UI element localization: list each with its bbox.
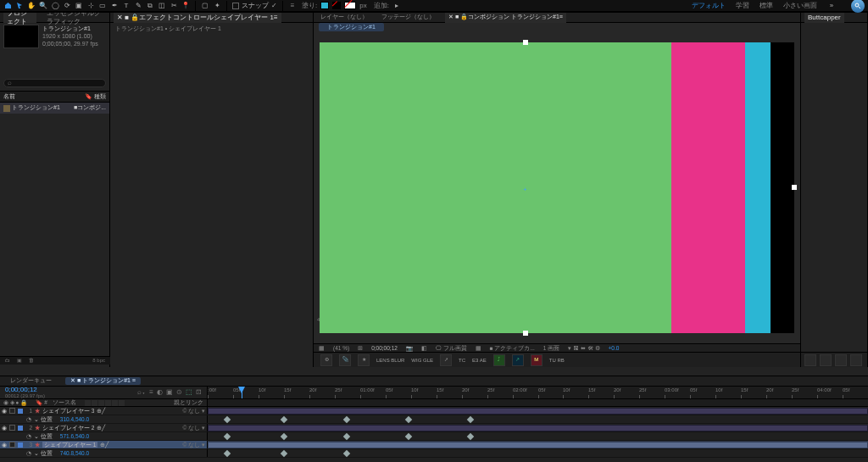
roto-icon[interactable]: ✂ xyxy=(170,2,178,10)
tool-e3ae[interactable]: E3 AE xyxy=(472,358,487,363)
cap-mixed-icon[interactable] xyxy=(850,354,862,366)
rotate-icon[interactable]: ⟳ xyxy=(63,2,71,10)
layer-name[interactable]: シェイプレイヤー 3 xyxy=(42,408,94,415)
viewer-camera[interactable]: ■ アクティブカ... xyxy=(490,345,535,352)
tab-footage-none[interactable]: フッテージ（なし） xyxy=(378,13,438,23)
keyframe[interactable] xyxy=(405,433,412,440)
tl-icon4[interactable]: ⊙ xyxy=(176,388,182,397)
tl-icon2[interactable]: ◐ xyxy=(157,388,163,397)
fill-none-swatch[interactable] xyxy=(332,2,341,9)
text-icon[interactable]: T xyxy=(122,2,131,10)
rect-icon[interactable]: ▭ xyxy=(98,2,107,10)
solo-toggle[interactable] xyxy=(9,442,15,448)
timeline-row[interactable]: ◉ 1 ★ シェイプレイヤー 3 ⊕╱ ©なし ▾ xyxy=(0,407,868,415)
stopwatch-icon[interactable]: ◔ xyxy=(26,433,31,440)
new-comp-icon[interactable]: ▣ xyxy=(17,358,22,364)
shape-star-icon[interactable]: ✦ xyxy=(213,2,221,10)
layer-bar[interactable] xyxy=(208,425,868,431)
tool-arrow-icon[interactable]: ➚ xyxy=(440,354,452,366)
tl-icon6[interactable]: ⊡ xyxy=(196,388,202,397)
position-value[interactable]: 740.8,540.0 xyxy=(60,450,89,457)
cap-round-icon[interactable] xyxy=(820,354,832,366)
tab-timeline-comp[interactable]: ✕ ■ トランジション#1 ≡ xyxy=(65,377,141,384)
tool-m-icon[interactable]: M xyxy=(531,354,542,366)
keyframe[interactable] xyxy=(281,450,287,457)
switches[interactable]: ⊕╱ xyxy=(97,425,104,431)
hand-icon[interactable]: ✋ xyxy=(27,2,36,10)
parent-dropdown[interactable]: なし ▾ xyxy=(188,425,205,431)
prop-position[interactable]: ⌄ 位置 xyxy=(34,450,53,457)
tab-layer-none[interactable]: レイヤー（なし） xyxy=(317,13,371,23)
search-help-icon[interactable] xyxy=(851,0,865,13)
timeline-row[interactable]: ◉ 2 ★ シェイプレイヤー 2 ⊕╱ ©なし ▾ xyxy=(0,424,868,432)
project-search-input[interactable]: ⌕ xyxy=(3,79,106,87)
position-value[interactable]: 571.6,540.0 xyxy=(60,433,89,440)
layer-name[interactable]: シェイプレイヤー 1 xyxy=(42,442,97,448)
camera-icon[interactable]: 📷 xyxy=(406,345,413,352)
shape-layer-2-visual[interactable] xyxy=(671,42,745,333)
col-source-name[interactable]: ソース名 xyxy=(53,399,76,406)
transform-handle[interactable] xyxy=(523,331,528,336)
keyframe[interactable] xyxy=(467,416,474,423)
chevron-icon[interactable]: ≡ xyxy=(288,2,297,10)
keyframe[interactable] xyxy=(467,433,474,440)
eraser-icon[interactable]: ◫ xyxy=(158,2,166,10)
col-parent[interactable]: 親とリンク xyxy=(174,399,203,406)
transform-handle[interactable] xyxy=(792,185,797,190)
cap-projecting-icon[interactable] xyxy=(835,354,847,366)
tab-essential-graphics[interactable]: エッセンシャルグラフィック xyxy=(43,13,106,23)
anchor-point-icon[interactable]: + xyxy=(523,186,527,194)
keyframe[interactable] xyxy=(343,433,350,440)
layer-name[interactable]: シェイプレイヤー 2 xyxy=(42,425,94,431)
visibility-toggle[interactable]: ◉ xyxy=(2,408,7,415)
tab-project[interactable]: プロジェクト xyxy=(3,13,36,23)
viewer-views[interactable]: 1 画面 xyxy=(543,345,559,352)
parent-pickwhip-icon[interactable]: © xyxy=(182,408,186,415)
add-chevron-icon[interactable]: ▸ xyxy=(392,2,401,10)
visibility-toggle[interactable]: ◉ xyxy=(2,425,7,431)
clip-icon[interactable]: 📎 xyxy=(339,354,351,366)
keyframe[interactable] xyxy=(281,416,287,423)
prop-position[interactable]: ⌄ 位置 xyxy=(34,416,53,423)
switches[interactable]: ⊕╱ xyxy=(100,442,108,448)
keyframe[interactable] xyxy=(405,416,412,423)
keyframe[interactable] xyxy=(224,416,231,423)
project-thumbnail[interactable] xyxy=(3,25,39,48)
shape-layer-1-visual[interactable] xyxy=(320,42,671,333)
keyframe[interactable] xyxy=(281,433,287,440)
tool-lensblur[interactable]: LENS BLUR xyxy=(376,358,404,363)
layer-bar[interactable] xyxy=(208,408,868,415)
viewer-res[interactable]: 🖵 フル画質 xyxy=(436,345,467,352)
brush-icon[interactable]: ✎ xyxy=(134,2,142,10)
tab-effect-controls[interactable]: ✕ ■ 🔒 エフェクトコントロール シェイプレイヤー 1 ≡ xyxy=(114,13,281,23)
tab-render-queue[interactable]: レンダーキュー xyxy=(5,377,57,384)
color-label[interactable] xyxy=(18,426,23,431)
fill-swatch[interactable] xyxy=(320,2,329,9)
viewer-snapshot[interactable]: ◧ xyxy=(421,345,427,352)
folder-icon[interactable]: 🗀 xyxy=(5,358,10,364)
orbit-icon[interactable]: ◯ xyxy=(51,2,59,10)
puppet-icon[interactable]: 📍 xyxy=(181,2,190,10)
keyframe[interactable] xyxy=(224,433,231,440)
tool-curve-icon[interactable]: ⤴ xyxy=(493,354,505,366)
tab-buttcapper[interactable]: Buttcapper xyxy=(804,13,844,23)
stroke-swatch[interactable] xyxy=(344,2,356,9)
keyframe[interactable] xyxy=(343,450,350,457)
current-time-indicator[interactable] xyxy=(242,387,242,398)
tool-turb[interactable]: TU RB xyxy=(549,358,565,363)
tool-wiggle[interactable]: WIG GLE xyxy=(411,358,433,363)
tl-icon5[interactable]: ⬚ xyxy=(186,388,192,397)
ws-small[interactable]: 小さい画面 xyxy=(783,2,817,10)
tool-curve2-icon[interactable]: ↗ xyxy=(512,354,524,366)
star-icon[interactable]: ★ xyxy=(358,354,370,366)
pan-behind-icon[interactable]: ⊹ xyxy=(86,2,95,10)
viewer-comp-chip[interactable]: トランジション#1 xyxy=(319,23,384,31)
project-row[interactable]: トランジション#1 ■ コンポジ... xyxy=(0,103,109,113)
viewer-exposure[interactable]: +0.0 xyxy=(609,345,620,352)
solo-toggle[interactable] xyxy=(9,425,15,431)
camera-icon[interactable]: ▣ xyxy=(75,2,83,10)
prop-position[interactable]: ⌄ 位置 xyxy=(34,433,53,440)
ws-standard[interactable]: 標準 xyxy=(760,2,773,10)
bpc-label[interactable]: 8 bpc xyxy=(92,358,105,364)
viewer-misc-icons[interactable]: ▾ 🖫 ⬌ 🛠 ⚙ xyxy=(568,345,599,352)
